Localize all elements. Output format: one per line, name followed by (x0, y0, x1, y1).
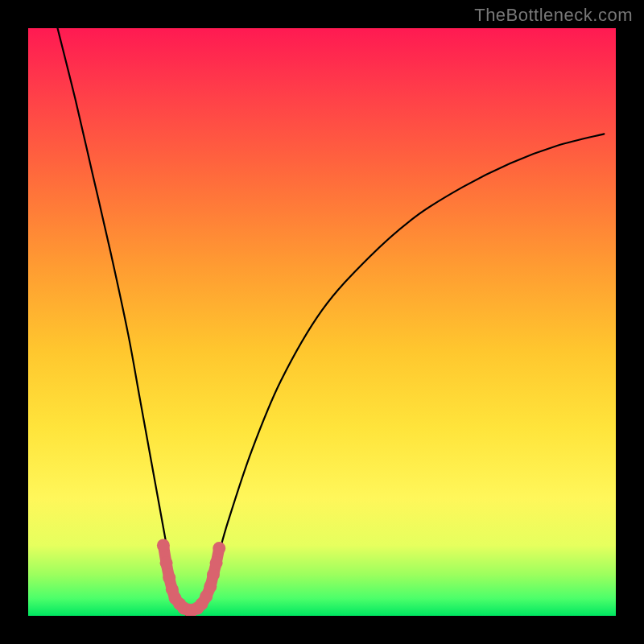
svg-point-12 (204, 580, 217, 593)
svg-point-2 (163, 572, 175, 584)
svg-point-15 (213, 542, 225, 555)
svg-point-13 (207, 568, 220, 581)
svg-point-1 (160, 556, 173, 569)
watermark-text: TheBottleneck.com (474, 5, 633, 26)
svg-point-14 (210, 556, 223, 569)
chart-frame: TheBottleneck.com (0, 0, 644, 644)
trough-markers (157, 539, 225, 616)
chart-svg (28, 28, 616, 616)
svg-point-0 (157, 539, 170, 551)
plot-area (28, 28, 616, 616)
bottleneck-curve (58, 28, 605, 616)
